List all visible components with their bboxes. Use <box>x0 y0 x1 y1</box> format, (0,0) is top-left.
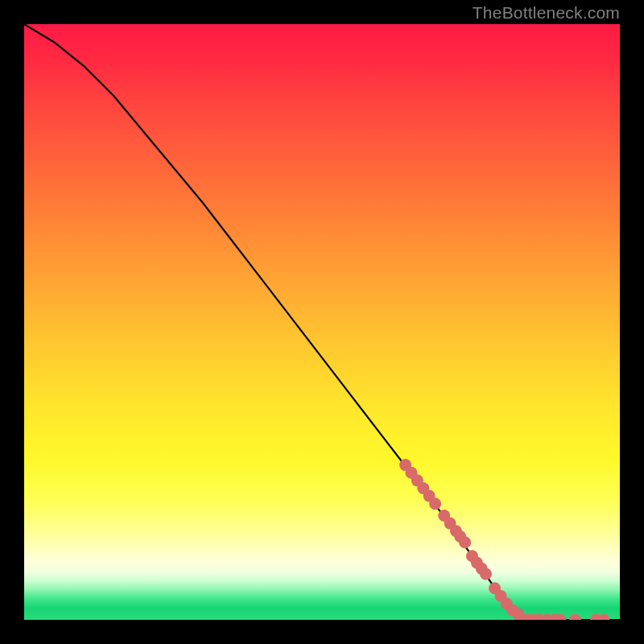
data-marker <box>569 614 581 621</box>
data-marker <box>598 614 610 621</box>
chart-svg <box>24 24 620 620</box>
data-marker <box>459 536 471 548</box>
attribution-text: TheBottleneck.com <box>473 3 620 23</box>
curve-line <box>24 24 620 620</box>
plot-area <box>24 24 620 620</box>
data-marker <box>480 568 492 580</box>
data-marker <box>429 497 441 510</box>
chart-frame: TheBottleneck.com <box>0 0 644 644</box>
markers-group <box>399 459 609 620</box>
